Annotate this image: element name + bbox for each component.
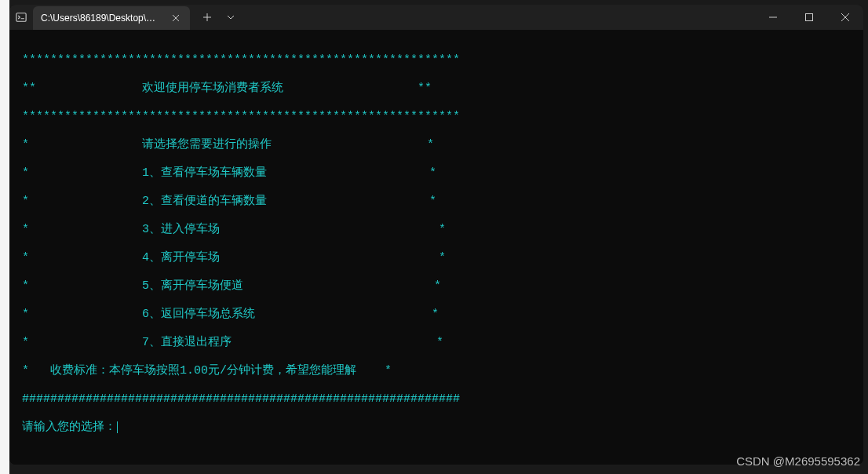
minimize-button[interactable]	[755, 5, 791, 30]
new-tab-button[interactable]	[196, 6, 218, 28]
terminal-output[interactable]: ****************************************…	[9, 30, 863, 465]
terminal-line: * 6、返回停车场总系统 *	[22, 308, 851, 322]
terminal-line: * 3、进入停车场 *	[22, 223, 851, 237]
titlebar: C:\Users\86189\Desktop\停车	[9, 5, 863, 30]
terminal-line: * 2、查看便道的车辆数量 *	[22, 195, 851, 209]
close-button[interactable]	[827, 5, 863, 30]
cursor-icon	[117, 421, 118, 433]
terminal-line: ** 欢迎使用停车场消费者系统 **	[22, 82, 851, 96]
tab-dropdown-button[interactable]	[220, 6, 242, 28]
terminal-line: * 5、离开停车场便道 *	[22, 279, 851, 294]
background-edge	[0, 0, 9, 474]
terminal-line: * 4、离开停车场 *	[22, 251, 851, 265]
terminal-line: * 请选择您需要进行的操作 *	[22, 138, 851, 152]
maximize-button[interactable]	[791, 5, 827, 30]
terminal-line: * 7、直接退出程序 *	[22, 336, 851, 350]
tab-actions	[190, 5, 248, 30]
tab-close-button[interactable]	[170, 12, 182, 24]
terminal-line: ########################################…	[22, 392, 851, 407]
terminal-prompt-line: 请输入您的选择：	[22, 421, 851, 435]
terminal-line: ****************************************…	[22, 110, 851, 124]
terminal-prompt: 请输入您的选择：	[22, 421, 116, 434]
terminal-line: * 1、查看停车场车辆数量 *	[22, 166, 851, 180]
titlebar-drag-area[interactable]	[248, 5, 755, 30]
terminal-line: ****************************************…	[22, 53, 851, 67]
watermark: CSDN @M2695595362	[736, 454, 860, 468]
terminal-line: * 收费标准：本停车场按照1.00元/分钟计费，希望您能理解 *	[22, 364, 851, 378]
terminal-window: C:\Users\86189\Desktop\停车	[9, 5, 863, 465]
tab-active[interactable]: C:\Users\86189\Desktop\停车	[33, 6, 190, 30]
tab-title: C:\Users\86189\Desktop\停车	[41, 12, 163, 25]
terminal-app-icon	[9, 5, 33, 30]
svg-rect-1	[806, 14, 813, 21]
svg-rect-0	[16, 13, 26, 22]
window-controls	[755, 5, 863, 30]
